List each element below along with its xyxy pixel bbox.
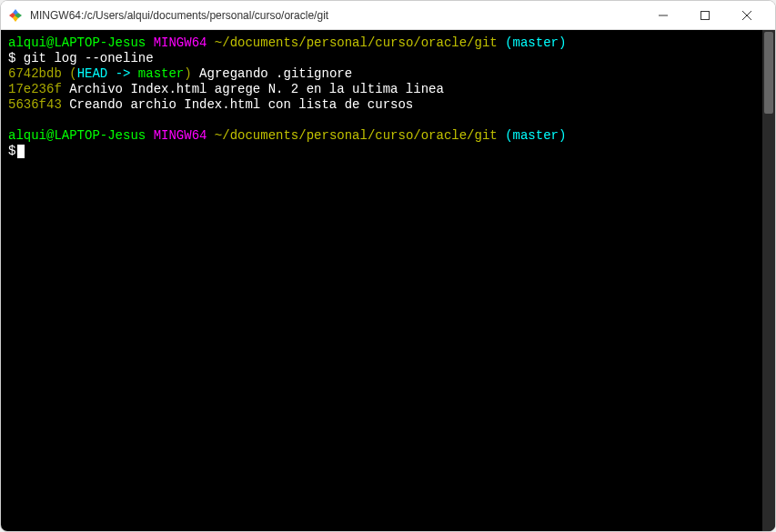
prompt-branch: (master)	[505, 128, 566, 143]
prompt-env: MINGW64	[154, 128, 207, 143]
scrollbar-thumb[interactable]	[764, 32, 773, 114]
prompt-env: MINGW64	[154, 35, 207, 50]
window-title: MINGW64:/c/Users/alqui/documents/persona…	[30, 9, 642, 22]
prompt-line: alqui@LAPTOP-Jesus MINGW64 ~/documents/p…	[8, 35, 768, 51]
command-line: $	[8, 144, 768, 159]
window-controls	[642, 1, 768, 30]
prompt-branch: (master)	[505, 35, 566, 50]
close-button[interactable]	[726, 1, 768, 30]
log-line: 6742bdb (HEAD -> master) Agregando .giti…	[8, 66, 768, 82]
terminal-area[interactable]: alqui@LAPTOP-Jesus MINGW64 ~/documents/p…	[1, 30, 775, 531]
prompt-path: ~/documents/personal/curso/oracle/git	[215, 35, 498, 50]
prompt-path: ~/documents/personal/curso/oracle/git	[215, 128, 498, 143]
command-line: $ git log --oneline	[8, 51, 768, 66]
log-line: 17e236f Archivo Index.html agrege N. 2 e…	[8, 82, 768, 97]
commit-message: Agregando .gitignore	[192, 66, 352, 81]
svg-rect-5	[701, 11, 710, 19]
prompt-user: alqui@LAPTOP-Jesus	[8, 35, 146, 50]
terminal-window: MINGW64:/c/Users/alqui/documents/persona…	[0, 0, 776, 532]
commit-hash: 5636f43	[8, 97, 62, 112]
app-icon	[8, 8, 23, 23]
cursor	[17, 145, 25, 158]
commit-hash: 6742bdb	[8, 66, 62, 81]
prompt-line: alqui@LAPTOP-Jesus MINGW64 ~/documents/p…	[8, 128, 768, 144]
commit-hash: 17e236f	[8, 82, 62, 96]
minimize-button[interactable]	[642, 1, 684, 30]
commit-message: Archivo Index.html agrege N. 2 en la ult…	[62, 82, 444, 96]
titlebar[interactable]: MINGW64:/c/Users/alqui/documents/persona…	[1, 1, 775, 30]
branch-ref: master	[138, 66, 184, 81]
log-line: 5636f43 Creando archio Index.html con li…	[8, 97, 768, 113]
blank-line	[8, 113, 768, 128]
prompt-user: alqui@LAPTOP-Jesus	[8, 128, 146, 143]
scrollbar[interactable]	[762, 30, 775, 531]
head-ref: HEAD ->	[77, 66, 138, 81]
commit-message: Creando archio Index.html con lista de c…	[62, 97, 413, 112]
maximize-button[interactable]	[684, 1, 726, 30]
